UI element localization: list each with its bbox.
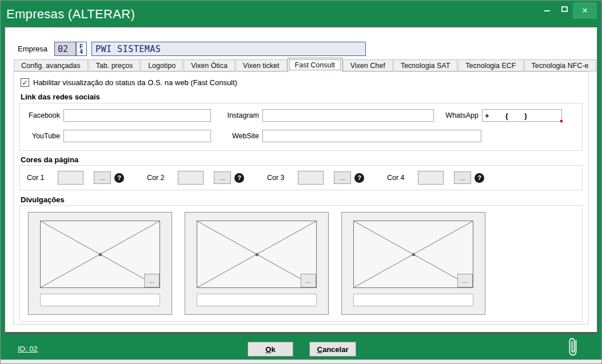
cancel-label-rest: ancelar [322, 345, 349, 354]
card2-caption-input[interactable] [197, 294, 317, 306]
ok-label-rest: k [271, 345, 275, 354]
cor1-help-icon[interactable]: ? [114, 173, 124, 183]
required-dot [560, 120, 563, 122]
ok-accesskey: O [265, 345, 271, 354]
fast-consult-tabpage: ✓ Habilitar visualização do status da O.… [13, 71, 589, 325]
facebook-input[interactable] [63, 109, 211, 122]
minimize-icon [544, 10, 550, 11]
cor4-help-icon[interactable]: ? [475, 173, 484, 183]
instagram-label: Instagram [222, 111, 259, 119]
dialog-panel: Empresa 02 F 4 PWI SISTEMAS Config. avan… [5, 27, 597, 334]
cor2-label: Cor 2 [147, 174, 170, 182]
cor2-help-icon[interactable]: ? [234, 173, 244, 183]
window-bottom-edge [1, 359, 601, 363]
empresa-label: Empresa [18, 45, 54, 53]
empresas-window: Empresas (ALTERAR) ✕ Empresa 02 F 4 PWI … [0, 0, 602, 364]
card2-browse-button[interactable]: ... [301, 274, 316, 287]
f4-label-bottom: 4 [79, 49, 83, 54]
status-web-checkbox-label: Habilitar visualização do status da O.S.… [33, 78, 237, 87]
tab-tecnologia-nfce[interactable]: Tecnologia NFC-e [524, 59, 596, 71]
cor1-group: Cor 1 ... ? [27, 171, 124, 185]
social-links-box: Facebook Instagram WhatsApp YouTube WebS… [19, 103, 583, 151]
card3-browse-button[interactable]: ... [457, 274, 473, 287]
card1-browse-button[interactable]: ... [144, 274, 160, 287]
cor3-browse-button[interactable]: ... [334, 171, 351, 184]
cancel-button[interactable]: Cancelar [309, 342, 356, 357]
youtube-input[interactable] [63, 130, 211, 142]
cor1-label: Cor 1 [27, 174, 50, 182]
facebook-label: Facebook [25, 111, 60, 119]
footer-bar: ID: 02 Ok Cancelar [1, 334, 601, 361]
divulgacoes-box: ... ... [19, 205, 583, 322]
placeholder-center-dot [256, 253, 258, 256]
cancel-accesskey: C [317, 345, 322, 354]
tab-fast-consult[interactable]: Fast Consult [288, 58, 342, 72]
tab-vixen-otica[interactable]: Vixen Ótica [184, 59, 235, 71]
card1-caption-input[interactable] [40, 294, 160, 306]
maximize-button[interactable] [556, 1, 573, 18]
close-icon: ✕ [582, 6, 588, 15]
tab-vixen-ticket[interactable]: Vixen ticket [236, 59, 287, 71]
cor3-label: Cor 3 [267, 174, 290, 182]
cor3-swatch[interactable] [298, 171, 324, 185]
tab-vixen-chef[interactable]: Vixen Chef [343, 59, 393, 71]
window-controls: ✕ [539, 1, 597, 19]
cor4-browse-button[interactable]: ... [454, 171, 471, 184]
cor2-browse-button[interactable]: ... [214, 171, 231, 184]
card3-caption-input[interactable] [353, 294, 473, 306]
whatsapp-label: WhatsApp [441, 111, 479, 119]
instagram-input[interactable] [262, 109, 434, 122]
f4-lookup-button[interactable]: F 4 [76, 42, 87, 56]
cor2-swatch[interactable] [178, 171, 204, 185]
image-placeholder-icon: ... [40, 221, 160, 288]
cor2-group: Cor 2 ... ? [147, 171, 244, 185]
website-label: WebSite [222, 132, 259, 140]
page-colors-heading: Cores da página [21, 155, 78, 164]
cor1-swatch[interactable] [58, 171, 83, 185]
paperclip-icon [567, 335, 580, 362]
tab-tecnologia-ecf[interactable]: Tecnologia ECF [458, 59, 523, 71]
status-web-check-row[interactable]: ✓ Habilitar visualização do status da O.… [21, 78, 237, 87]
cor4-group: Cor 4 ... ? [387, 171, 484, 185]
page-colors-box: Cor 1 ... ? Cor 2 ... ? Cor 3 ... [19, 165, 583, 190]
empresa-name-field[interactable]: PWI SISTEMAS [91, 42, 366, 56]
divulgacao-card-3: ... [341, 212, 485, 315]
divulgacao-card-2: ... [185, 212, 329, 315]
tab-tecnologia-sat[interactable]: Tecnologia SAT [393, 59, 458, 71]
divulgacoes-heading: Divulgações [21, 195, 65, 204]
empresa-row: Empresa 02 F 4 PWI SISTEMAS [18, 42, 366, 56]
tab-config-avancadas[interactable]: Config. avançadas [14, 59, 88, 71]
social-links-heading: Link das redes sociais [21, 93, 100, 101]
record-id-link[interactable]: ID: 02 [18, 345, 38, 353]
whatsapp-input[interactable] [482, 109, 562, 122]
tab-tab-precos[interactable]: Tab. preços [89, 59, 141, 71]
titlebar: Empresas (ALTERAR) ✕ [1, 1, 601, 27]
youtube-label: YouTube [25, 132, 60, 140]
ok-button[interactable]: Ok [248, 342, 293, 357]
cor4-swatch[interactable] [418, 171, 444, 185]
empresa-code-field[interactable]: 02 [54, 42, 76, 56]
minimize-button[interactable] [539, 1, 556, 18]
checkbox-checked-icon[interactable]: ✓ [21, 78, 29, 87]
website-input[interactable] [262, 130, 481, 142]
maximize-icon [561, 6, 568, 12]
cor3-help-icon[interactable]: ? [354, 173, 364, 183]
tab-logotipo[interactable]: Logotipo [141, 59, 183, 71]
divulgacao-card-1: ... [28, 212, 172, 315]
placeholder-center-dot [99, 253, 102, 256]
cor1-browse-button[interactable]: ... [94, 171, 111, 184]
cor4-label: Cor 4 [387, 174, 410, 182]
window-title: Empresas (ALTERAR) [6, 7, 135, 22]
close-button[interactable]: ✕ [573, 2, 597, 19]
tab-strip: Config. avançadas Tab. preços Logotipo V… [14, 58, 597, 71]
cor3-group: Cor 3 ... ? [267, 171, 364, 185]
placeholder-center-dot [412, 253, 415, 256]
image-placeholder-icon: ... [197, 221, 317, 288]
image-placeholder-icon: ... [353, 221, 473, 288]
